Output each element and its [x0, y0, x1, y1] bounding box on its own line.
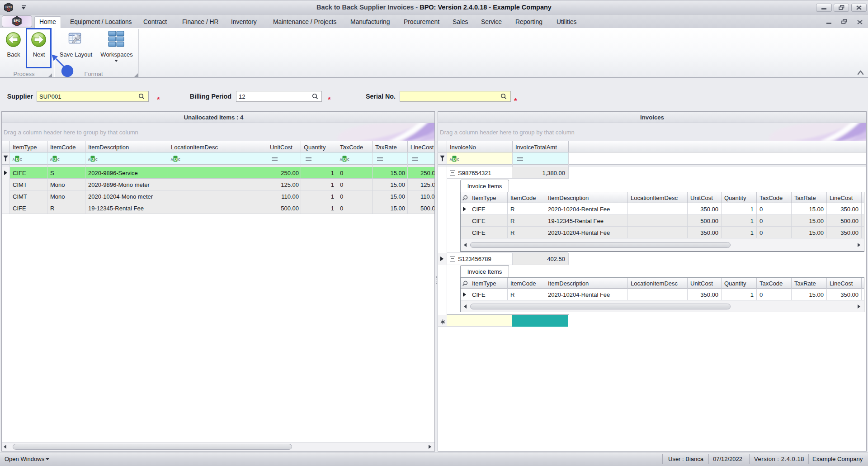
svg-text:BPO: BPO — [14, 19, 21, 22]
svg-text:BPO: BPO — [5, 5, 12, 9]
